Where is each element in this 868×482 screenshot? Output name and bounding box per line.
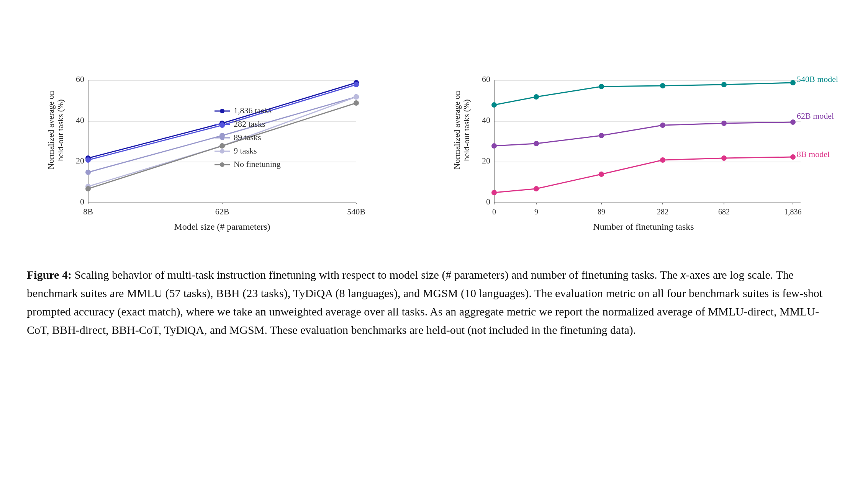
svg-point-76 [660, 83, 665, 88]
svg-text:0: 0 [80, 197, 84, 206]
charts-row: Normalized average on held-out tasks (%)… [23, 15, 845, 247]
caption-text: Scaling behavior of multi-task instructi… [27, 268, 822, 336]
svg-text:20: 20 [482, 156, 490, 165]
svg-point-29 [354, 94, 359, 100]
svg-text:1,836: 1,836 [784, 208, 802, 216]
left-chart: Normalized average on held-out tasks (%)… [23, 15, 406, 247]
svg-point-87 [491, 190, 497, 195]
svg-text:8B: 8B [83, 207, 93, 216]
svg-point-40 [220, 136, 224, 140]
svg-point-23 [354, 82, 359, 87]
svg-text:89: 89 [598, 208, 605, 216]
svg-text:62B: 62B [215, 207, 229, 216]
svg-text:8B model: 8B model [797, 149, 830, 159]
svg-point-85 [790, 119, 796, 125]
svg-point-78 [790, 80, 796, 85]
svg-point-74 [534, 94, 539, 100]
svg-text:Model size (# parameters): Model size (# parameters) [174, 222, 270, 232]
svg-point-73 [491, 102, 497, 108]
svg-point-82 [599, 133, 604, 138]
svg-text:60: 60 [482, 74, 490, 84]
svg-point-24 [85, 170, 91, 175]
svg-point-84 [721, 121, 727, 126]
svg-text:282 tasks: 282 tasks [234, 119, 265, 129]
svg-text:9 tasks: 9 tasks [234, 146, 257, 155]
svg-point-43 [220, 149, 224, 154]
svg-point-80 [491, 143, 497, 149]
svg-text:282: 282 [657, 208, 668, 216]
svg-point-31 [219, 143, 225, 149]
svg-point-81 [534, 141, 539, 146]
svg-point-77 [721, 82, 727, 87]
svg-text:9: 9 [534, 208, 538, 216]
svg-point-21 [85, 157, 91, 163]
svg-text:89 tasks: 89 tasks [234, 132, 261, 142]
svg-point-75 [599, 84, 604, 89]
svg-point-37 [220, 122, 224, 127]
svg-text:20: 20 [76, 156, 84, 165]
svg-text:40: 40 [482, 115, 490, 125]
svg-point-32 [354, 100, 359, 106]
svg-text:held-out tasks (%): held-out tasks (%) [462, 99, 471, 161]
svg-point-91 [721, 155, 727, 161]
svg-text:0: 0 [492, 208, 496, 216]
svg-text:40: 40 [76, 115, 84, 125]
svg-point-89 [599, 172, 604, 177]
figure-caption: Figure 4: Scaling behavior of multi-task… [23, 266, 845, 339]
svg-text:Number of finetuning tasks: Number of finetuning tasks [593, 222, 694, 232]
svg-point-90 [660, 157, 665, 163]
svg-text:540B model: 540B model [797, 74, 838, 84]
svg-point-92 [790, 154, 796, 160]
svg-text:Normalized average on: Normalized average on [46, 91, 56, 169]
svg-text:62B model: 62B model [797, 111, 834, 121]
svg-text:1,836 tasks: 1,836 tasks [234, 106, 272, 115]
svg-point-88 [534, 186, 539, 191]
svg-text:held-out tasks (%): held-out tasks (%) [56, 99, 65, 161]
svg-point-34 [220, 109, 224, 113]
svg-point-30 [85, 186, 91, 191]
figure-number: Figure 4: [27, 268, 72, 281]
svg-text:No finetuning: No finetuning [234, 159, 281, 169]
svg-text:Normalized average on: Normalized average on [452, 91, 462, 169]
svg-point-46 [220, 162, 224, 167]
svg-text:0: 0 [486, 197, 490, 206]
svg-text:540B: 540B [347, 207, 365, 216]
svg-text:60: 60 [76, 74, 84, 84]
svg-point-83 [660, 123, 665, 128]
svg-text:682: 682 [718, 208, 730, 216]
right-chart: Normalized average on held-out tasks (%)… [429, 15, 850, 247]
